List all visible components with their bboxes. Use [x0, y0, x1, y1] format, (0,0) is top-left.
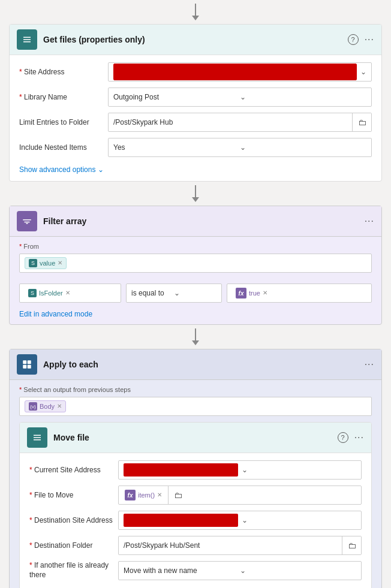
- show-advanced-link[interactable]: Show advanced options ⌄: [19, 165, 104, 174]
- dest-site-chevron: ⌄: [242, 516, 356, 524]
- dest-site-dropdown[interactable]: ⌄: [118, 511, 362, 530]
- filter-from-tag-close[interactable]: ✕: [58, 260, 62, 266]
- file-to-move-input[interactable]: fx item() ✕ 🗀: [118, 486, 362, 505]
- get-files-body: Site Address ⌄ Library Name Outgoing Pos…: [10, 55, 381, 181]
- if-another-control: Move with a new name ⌄: [118, 561, 362, 580]
- move-file-menu-button[interactable]: ···: [354, 432, 364, 443]
- file-to-move-fx-badge: fx: [125, 490, 136, 500]
- limit-entries-label: Limit Entries to Folder: [19, 118, 103, 126]
- dest-site-label: Destination Site Address: [29, 516, 113, 524]
- limit-entries-folder-icon[interactable]: 🗀: [352, 113, 371, 132]
- dest-folder-control: /Post/Skypark Hub/Sent 🗀: [118, 536, 362, 555]
- file-to-move-control: fx item() ✕ 🗀: [118, 486, 362, 505]
- get-files-help-icon[interactable]: ?: [348, 34, 359, 45]
- get-files-header: Get files (properties only) ? ···: [10, 25, 381, 55]
- filter-array-menu-button[interactable]: ···: [365, 216, 374, 227]
- arrow-connector-2: [192, 325, 199, 349]
- filter-array-icon: [17, 211, 37, 231]
- move-file-title: Move file: [53, 433, 332, 442]
- get-files-actions: ? ···: [348, 34, 374, 45]
- include-nested-dropdown[interactable]: Yes ⌄: [108, 138, 372, 157]
- current-site-label: Current Site Address: [29, 466, 113, 474]
- limit-entries-row: Limit Entries to Folder /Post/Skypark Hu…: [19, 113, 372, 132]
- if-another-chevron: ⌄: [240, 566, 356, 575]
- file-to-move-tag-close[interactable]: ✕: [157, 492, 162, 498]
- site-address-control: ⌄: [108, 62, 372, 82]
- svg-rect-2: [23, 365, 26, 369]
- dest-folder-row: Destination Folder /Post/Skypark Hub/Sen…: [29, 536, 362, 555]
- library-name-row: Library Name Outgoing Post ⌄: [19, 88, 372, 107]
- apply-to-each-card: Apply to each ··· Select an output from …: [9, 349, 382, 588]
- move-file-actions: ? ···: [338, 432, 364, 443]
- get-files-card: Get files (properties only) ? ··· Site A…: [9, 24, 382, 182]
- apply-each-actions: ···: [365, 359, 374, 370]
- body-tag: {v} Body ✕: [25, 400, 66, 412]
- body-tag-icon: {v}: [29, 402, 37, 411]
- dest-site-row: Destination Site Address ⌄: [29, 511, 362, 530]
- apply-each-icon: [17, 354, 37, 375]
- library-name-chevron: ⌄: [240, 93, 366, 101]
- site-address-row: Site Address ⌄: [19, 62, 372, 82]
- filter-isFolder-icon: S: [28, 289, 37, 297]
- if-another-label: If another file is already there: [29, 561, 113, 580]
- file-to-move-tag: fx item() ✕: [121, 489, 166, 502]
- if-another-row: If another file is already there Move wi…: [29, 561, 362, 580]
- filter-array-actions: ···: [365, 216, 374, 227]
- file-to-move-label: File to Move: [29, 491, 113, 499]
- library-name-control: Outgoing Post ⌄: [108, 88, 372, 107]
- move-file-body: Current Site Address ⌄ File to Move: [20, 453, 371, 588]
- dest-site-control: ⌄: [118, 511, 362, 530]
- file-to-move-row: File to Move fx item() ✕ 🗀: [29, 486, 362, 505]
- library-name-dropdown[interactable]: Outgoing Post ⌄: [108, 88, 372, 107]
- filter-from-section: From S value ✕: [10, 237, 381, 279]
- filter-array-header: Filter array ···: [10, 206, 381, 237]
- filter-from-label: From: [19, 243, 372, 250]
- svg-rect-1: [28, 360, 31, 364]
- site-address-chevron: ⌄: [360, 68, 366, 76]
- filter-isFolder-close[interactable]: ✕: [65, 290, 70, 296]
- filter-equals-chevron: ⌄: [174, 289, 216, 297]
- include-nested-chevron: ⌄: [240, 143, 366, 152]
- limit-entries-input[interactable]: /Post/Skypark Hub 🗀: [108, 113, 372, 132]
- edit-advanced-link[interactable]: Edit in advanced mode: [10, 307, 102, 324]
- arrow-connector-1: [192, 182, 199, 206]
- filter-fx-badge: fx: [236, 288, 246, 298]
- apply-each-body: Select an output from previous steps {v}…: [10, 380, 381, 588]
- apply-each-header: Apply to each ···: [10, 349, 381, 380]
- current-site-chevron: ⌄: [242, 466, 356, 474]
- filter-true-tag: fx true ✕: [232, 287, 271, 300]
- include-nested-label: Include Nested Items: [19, 143, 103, 152]
- move-file-icon: [27, 427, 47, 448]
- move-file-help-icon[interactable]: ?: [338, 432, 348, 443]
- apply-each-title: Apply to each: [43, 360, 359, 369]
- current-site-row: Current Site Address ⌄: [29, 460, 362, 480]
- filter-array-title: Filter array: [43, 216, 359, 226]
- filter-array-card: Filter array ··· From S value ✕ S IsFold…: [9, 206, 382, 325]
- filter-true-close[interactable]: ✕: [263, 290, 267, 296]
- dest-folder-input[interactable]: /Post/Skypark Hub/Sent 🗀: [118, 536, 362, 555]
- select-output-tag-row[interactable]: {v} Body ✕: [19, 397, 372, 416]
- filter-condition-middle: is equal to ⌄: [126, 284, 222, 303]
- if-another-dropdown[interactable]: Move with a new name ⌄: [118, 561, 362, 580]
- filter-from-tag-icon: S: [29, 259, 37, 267]
- svg-rect-0: [23, 360, 26, 364]
- library-name-label: Library Name: [19, 93, 103, 101]
- filter-from-tag-row[interactable]: S value ✕: [19, 254, 372, 273]
- filter-condition-left[interactable]: S IsFolder ✕: [19, 284, 121, 303]
- site-address-dropdown[interactable]: ⌄: [108, 62, 372, 82]
- current-site-control: ⌄: [118, 460, 362, 480]
- current-site-dropdown[interactable]: ⌄: [118, 460, 362, 480]
- get-files-title: Get files (properties only): [43, 35, 342, 44]
- svg-rect-3: [28, 365, 31, 369]
- dest-folder-folder-icon[interactable]: 🗀: [342, 536, 361, 555]
- get-files-menu-button[interactable]: ···: [365, 34, 374, 45]
- top-arrow-connector: [192, 0, 199, 24]
- filter-equals-dropdown[interactable]: is equal to ⌄: [126, 284, 222, 303]
- apply-each-menu-button[interactable]: ···: [365, 359, 374, 370]
- filter-condition-right[interactable]: fx true ✕: [227, 284, 372, 303]
- body-tag-close[interactable]: ✕: [57, 403, 62, 409]
- dest-folder-label: Destination Folder: [29, 541, 113, 550]
- file-to-move-folder-icon[interactable]: 🗀: [168, 486, 187, 505]
- filter-isFolder-tag: S IsFolder ✕: [25, 288, 74, 298]
- get-files-icon: [17, 29, 37, 50]
